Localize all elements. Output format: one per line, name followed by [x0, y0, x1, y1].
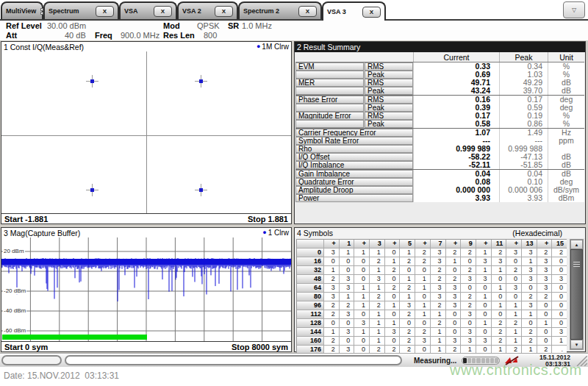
tab-close-button[interactable]: X: [154, 6, 172, 17]
result-name-cell: [295, 120, 364, 128]
trace-color-dot-icon: ●: [262, 229, 266, 236]
result-subname-cell: RMS: [365, 62, 413, 71]
symbol-cell: 1: [537, 319, 552, 327]
symbol-cell: 2: [537, 249, 552, 257]
tab-label: VSA 2: [182, 7, 201, 15]
symbols-row-index: 64: [297, 284, 323, 292]
att-value[interactable]: 40 dB: [65, 31, 86, 40]
constellation-title-text: 1 Const I/Q(Meas&Ref): [4, 43, 84, 51]
symbols-scrollbar[interactable]: ▲ ▼: [570, 239, 584, 350]
tab-vsa-2[interactable]: VSA 2X: [177, 1, 238, 19]
tab-vsa-3[interactable]: VSA 3X: [322, 1, 386, 21]
tab-multiview[interactable]: MultiView: [1, 1, 43, 19]
symbol-cell: 1: [431, 310, 445, 318]
symbols-row-index: 112: [297, 310, 323, 318]
symbol-cell: 3: [415, 337, 430, 345]
symbol-cell: 1: [552, 337, 567, 345]
symbol-cell: 2: [324, 275, 339, 283]
symbol-cell: 0: [552, 293, 567, 301]
tab-close-button[interactable]: X: [96, 6, 114, 17]
tab-close-button[interactable]: X: [215, 6, 233, 17]
symbol-cell: 3: [522, 266, 537, 274]
symbols-table: +1+3+5+7+9+11+13+15031110123221233221600…: [296, 239, 567, 354]
symbol-cell: 0: [552, 284, 567, 292]
tab-label: VSA 3: [327, 8, 346, 15]
ref-level-value[interactable]: 30.00 dBm: [47, 21, 86, 30]
symbol-cell: 1: [522, 310, 537, 318]
symbol-cell: 2: [506, 319, 521, 327]
result-row-label: Quadrature Error: [295, 178, 413, 186]
symbol-cell: 2: [400, 337, 415, 345]
header-peak: Peak: [499, 52, 548, 62]
symbol-cell: 3: [537, 284, 552, 292]
symbol-cell: 2: [400, 328, 415, 336]
result-name-cell: Gain Imbalance: [295, 170, 413, 178]
sr-value[interactable]: 1.0 MHz: [242, 21, 272, 30]
result-row: Power3.933.93dBm: [295, 194, 584, 202]
symbol-cell: 3: [476, 337, 491, 345]
scroll-up-button[interactable]: ▲: [570, 240, 583, 249]
symbols-panel-title[interactable]: 4 Symbols (Hexadecimal): [295, 228, 585, 238]
symbol-cell: 2: [492, 328, 506, 336]
result-name-cell: Carrier Frequency Error: [295, 129, 413, 137]
symbol-cell: 2: [370, 301, 384, 310]
trace-legend: ● 1M Clrw: [257, 43, 289, 51]
analyzer-screen: MultiViewSpectrumXVSAXVSA 2XSpectrum 2XV…: [0, 0, 588, 386]
symbol-cell: 0: [340, 257, 354, 265]
result-row-label: Gain Imbalance: [295, 170, 413, 178]
symbol-cell: 0: [385, 310, 400, 318]
scrollbar-thumb[interactable]: [570, 249, 583, 340]
symbol-cell: 2: [461, 301, 476, 310]
result-row-label: Rho: [295, 145, 413, 153]
result-unit-value: ppm: [548, 137, 584, 145]
freq-value[interactable]: 900.0 MHz: [121, 31, 159, 40]
symbol-cell: 2: [324, 301, 339, 310]
symbol-cell: 3: [340, 310, 354, 318]
mod-value[interactable]: QPSK: [197, 21, 220, 30]
symbol-cell: 0: [446, 266, 461, 274]
symbol-cell: 0: [552, 319, 567, 327]
tab-vsa[interactable]: VSAX: [119, 1, 177, 19]
result-name-cell: EVM: [295, 62, 364, 71]
result-name-cell: [295, 87, 364, 95]
symbol-cell: 2: [446, 275, 461, 283]
symbol-cell: 0: [446, 328, 461, 336]
symbol-cell: 1: [476, 249, 491, 257]
tab-close-button[interactable]: X: [298, 6, 317, 17]
symbol-cell: 0: [400, 266, 415, 274]
constellation-panel-title[interactable]: 1 Const I/Q(Meas&Ref) ● 1M Clrw: [1, 42, 291, 52]
symbols-row-index: 96: [297, 301, 323, 310]
symbol-cell: 0: [324, 257, 339, 265]
result-name-cell: Rho: [295, 145, 413, 153]
tab-spectrum-2[interactable]: Spectrum 2X: [238, 1, 322, 19]
tab-spectrum[interactable]: SpectrumX: [43, 1, 119, 19]
res-len-value[interactable]: 800: [204, 31, 217, 40]
symbol-cell: 2: [446, 249, 461, 257]
mod-label: Mod: [163, 21, 180, 30]
symbol-cell: 2: [461, 293, 476, 301]
symbol-cell: 0: [385, 275, 400, 283]
symbols-row-index: 144: [297, 328, 323, 336]
constellation-footer: Start -1.881 Stop 1.881: [1, 213, 291, 224]
symbol-cell: 3: [522, 275, 537, 283]
symbol-cell: 2: [492, 319, 506, 327]
symbol-cell: 3: [354, 319, 369, 327]
result-summary-title[interactable]: 2 Result Summary: [295, 42, 585, 52]
symbol-cell: 0: [461, 284, 476, 292]
symbol-cell: 3: [324, 249, 339, 257]
result-peak-value: 3.93: [499, 194, 548, 202]
freq-label: Freq: [95, 31, 112, 40]
tab-list-dropdown-button[interactable]: ▽: [563, 1, 585, 18]
symbol-cell: 1: [415, 284, 430, 292]
trace-color-dot-icon: ●: [257, 43, 260, 50]
mag-capture-title[interactable]: 3 Mag(Capture Buffer) ● 1 Clrw: [1, 228, 291, 238]
tab-close-button[interactable]: X: [362, 7, 381, 18]
mag-capture-title-text: 3 Mag(Capture Buffer): [4, 229, 80, 237]
symbol-cell: 0: [415, 266, 430, 274]
analysis-range-bar: [2, 335, 147, 340]
symbol-cell: 3: [476, 275, 491, 283]
result-row-label: Magnitude ErrorRMS: [295, 112, 413, 120]
mag-y-axis-label: -60 dBm: [3, 327, 26, 334]
scroll-down-button[interactable]: ▼: [570, 340, 583, 349]
symbol-cell: 2: [324, 310, 339, 318]
